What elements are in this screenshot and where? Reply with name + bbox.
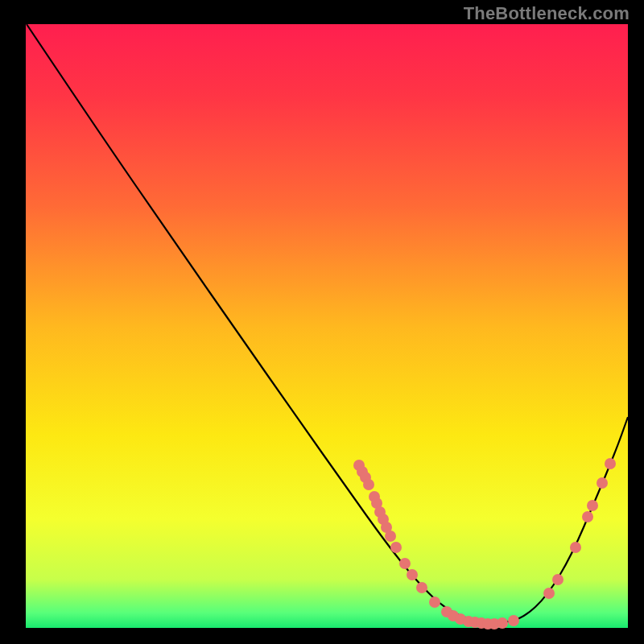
data-point-marker xyxy=(605,458,616,469)
data-point-marker xyxy=(552,574,564,585)
data-point-marker xyxy=(597,477,608,489)
data-point-marker xyxy=(587,500,598,511)
data-point-marker xyxy=(508,615,519,626)
data-point-marker xyxy=(497,617,508,629)
data-point-marker xyxy=(543,588,555,599)
watermark-text: TheBottleneck.com xyxy=(464,3,630,24)
data-point-marker xyxy=(385,530,396,542)
data-point-marker xyxy=(399,558,411,569)
data-point-marker xyxy=(429,597,440,608)
bottleneck-chart xyxy=(0,0,644,644)
data-point-marker xyxy=(570,542,581,553)
data-point-marker xyxy=(363,479,374,490)
data-point-marker xyxy=(390,542,402,553)
chart-container: { "watermark": "TheBottleneck.com", "cha… xyxy=(0,0,644,644)
plot-background xyxy=(26,24,628,628)
data-point-marker xyxy=(582,511,593,522)
data-point-marker xyxy=(407,569,418,580)
data-point-marker xyxy=(416,582,427,593)
